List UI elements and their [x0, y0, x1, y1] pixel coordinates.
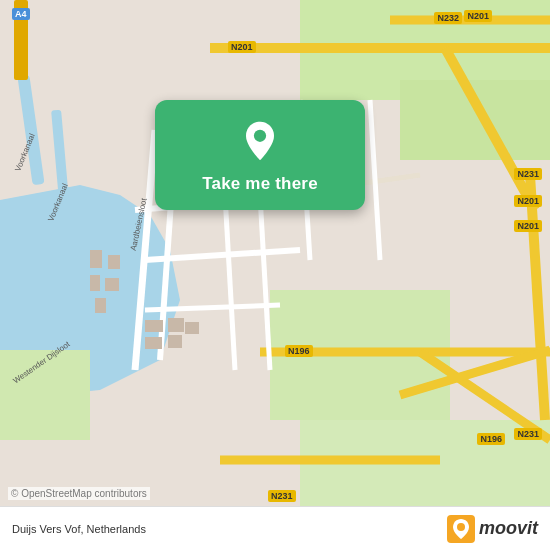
svg-point-38 — [254, 130, 266, 142]
road-label-n201-top: N201 — [228, 41, 256, 53]
road-label-a4: A4 — [12, 8, 30, 20]
svg-rect-30 — [105, 278, 119, 291]
svg-rect-29 — [90, 275, 100, 291]
take-me-there-button[interactable]: Take me there — [202, 174, 318, 194]
road-label-n231-lower: N231 — [268, 490, 296, 502]
moovit-brand-text: moovit — [479, 518, 538, 539]
svg-point-40 — [457, 523, 465, 531]
svg-rect-35 — [145, 337, 162, 349]
copyright-text: © OpenStreetMap contributors — [8, 487, 150, 500]
svg-rect-32 — [145, 320, 163, 332]
road-label-n201-right: N231 — [514, 168, 542, 180]
svg-line-10 — [530, 175, 545, 420]
road-label-n231-right: N231 — [514, 428, 542, 440]
road-label-n196-left: N196 — [285, 345, 313, 357]
road-label-n201-topright: N201 — [464, 10, 492, 22]
map-svg — [0, 0, 550, 510]
svg-rect-28 — [108, 255, 120, 269]
location-name: Duijs Vers Vof, Netherlands — [12, 523, 146, 535]
svg-rect-31 — [95, 298, 106, 313]
road-label-n196-right: N196 — [477, 433, 505, 445]
map-container: A4 N201 N232 N201 N231 N201 N201 N196 N1… — [0, 0, 550, 550]
map-background: A4 N201 N232 N201 N231 N201 N201 N196 N1… — [0, 0, 550, 550]
svg-rect-33 — [168, 318, 184, 332]
map-popup[interactable]: Take me there — [155, 100, 365, 210]
svg-rect-7 — [300, 420, 550, 510]
location-pin-icon — [239, 120, 281, 162]
moovit-logo: moovit — [447, 515, 538, 543]
svg-rect-27 — [90, 250, 102, 268]
moovit-icon — [447, 515, 475, 543]
road-label-n201-lower: N201 — [514, 220, 542, 232]
svg-line-21 — [225, 195, 235, 370]
info-bar: Duijs Vers Vof, Netherlands moovit — [0, 506, 550, 550]
svg-rect-34 — [185, 322, 199, 334]
svg-line-22 — [260, 195, 270, 370]
road-label-n201-mid: N201 — [514, 195, 542, 207]
svg-rect-36 — [168, 335, 182, 348]
road-label-n232: N232 — [434, 12, 462, 24]
